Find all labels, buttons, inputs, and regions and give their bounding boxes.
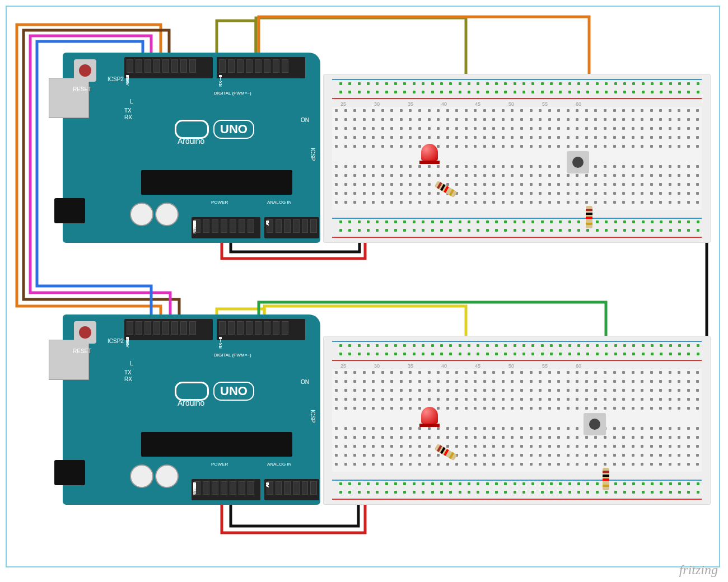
led-2 — [421, 407, 438, 428]
breadboard-1: for(let i=0;i<200;i++)document.write('<d… — [323, 74, 711, 243]
bb-col-60: 60 — [576, 101, 581, 107]
infinity-icon — [175, 120, 209, 139]
bb-col-35: 35 — [408, 101, 413, 107]
resistor-button-2 — [603, 468, 609, 490]
breadboard-2: for(let i=0;i<200;i++)document.write('<d… — [323, 336, 711, 505]
bb-col-40: 40 — [441, 101, 447, 107]
atmega-chip-icon — [141, 432, 292, 457]
digital-header-left — [124, 57, 213, 78]
bb-col-30: 30 — [374, 101, 380, 107]
reset-button — [74, 321, 96, 344]
reset-button — [74, 59, 96, 82]
arduino-brand: Arduino — [178, 137, 204, 146]
arduino-logo: UNO — [175, 120, 254, 139]
arduino-logo: UNO — [175, 382, 254, 401]
capacitor-icon — [155, 203, 179, 226]
uno-label: UNO — [213, 120, 254, 139]
digital-header-right — [217, 57, 305, 78]
usb-port-icon — [49, 78, 89, 118]
dc-jack-icon — [54, 198, 85, 223]
analog-header — [264, 217, 319, 238]
fritzing-watermark: fritzing — [679, 562, 718, 578]
usb-port-icon — [49, 340, 89, 380]
arduino-uno-1: RESET ICSP2 AREF GND 13 12 ~11 ~10 ~9 8 … — [63, 53, 320, 243]
diagram-canvas: for(let i=0;i<200;i++)document.write('<d… — [6, 6, 720, 567]
pushbutton-2 — [584, 413, 606, 435]
dc-jack-icon — [54, 460, 85, 485]
arduino-uno-2: RESET ICSP2 AREF GND 13 12 ~11 ~10 ~9 8 … — [63, 315, 320, 505]
power-header — [192, 217, 260, 238]
bb-col-55: 55 — [542, 101, 548, 107]
bb-col-25: 25 — [340, 101, 346, 107]
atmega-chip-icon — [141, 170, 292, 195]
led-1 — [421, 144, 438, 165]
digital-header-label: DIGITAL (PWM=~) — [214, 91, 251, 96]
infinity-icon — [175, 382, 209, 401]
pushbutton-1 — [567, 151, 589, 173]
capacitor-icon — [130, 203, 153, 226]
bb-col-45: 45 — [475, 101, 480, 107]
reset-label: RESET — [73, 86, 91, 92]
icsp2-label: ICSP2 — [108, 76, 124, 82]
resistor-button-1 — [586, 206, 592, 228]
bb-col-50: 50 — [508, 101, 514, 107]
